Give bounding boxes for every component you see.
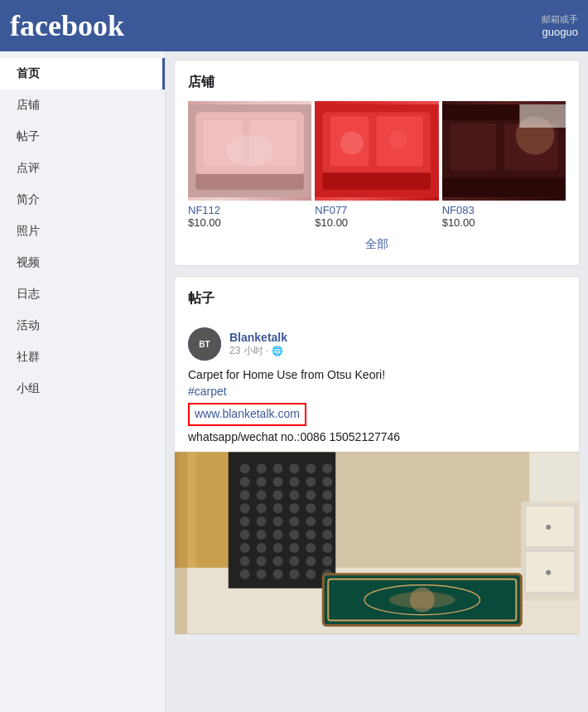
svg-point-38: [257, 491, 267, 501]
svg-point-44: [257, 504, 267, 514]
svg-point-52: [289, 517, 299, 527]
svg-point-57: [273, 530, 283, 540]
svg-point-28: [289, 464, 299, 474]
svg-point-84: [546, 570, 551, 575]
svg-point-50: [257, 517, 267, 527]
svg-point-68: [257, 556, 267, 566]
svg-point-46: [289, 504, 299, 514]
svg-rect-10: [323, 172, 431, 190]
svg-point-31: [240, 477, 250, 487]
svg-rect-4: [195, 174, 304, 190]
svg-point-64: [289, 543, 299, 553]
svg-point-73: [240, 569, 250, 579]
svg-point-65: [306, 543, 316, 553]
sidebar-item-videos[interactable]: 视频: [0, 247, 165, 279]
svg-point-29: [306, 464, 316, 474]
sidebar-item-home[interactable]: 首页: [0, 58, 165, 90]
svg-point-59: [306, 530, 316, 540]
svg-point-61: [240, 543, 250, 553]
sidebar-item-community[interactable]: 社群: [0, 341, 165, 373]
sidebar-item-groups[interactable]: 小组: [0, 373, 165, 404]
post-author-name[interactable]: Blanketalk: [229, 331, 287, 344]
svg-point-12: [389, 130, 407, 148]
sidebar-item-shop[interactable]: 店铺: [0, 90, 165, 121]
post-image: [175, 452, 579, 634]
page-body: 首页 店铺 帖子 点评 简介 照片 视频 日志 活动 社群 小组: [0, 51, 588, 712]
svg-point-76: [289, 569, 299, 579]
post-header: BT Blanketalk 23 小时 · 🌐: [175, 317, 579, 367]
shop-item-2-name: NF077: [315, 204, 438, 216]
svg-point-25: [240, 464, 250, 474]
shop-item-1-price: $10.00: [188, 216, 311, 229]
shop-item-3-name: NF083: [442, 204, 566, 216]
svg-point-36: [322, 477, 332, 487]
sidebar: 首页 店铺 帖子 点评 简介 照片 视频 日志 活动 社群 小组: [0, 51, 166, 712]
svg-point-69: [273, 556, 283, 566]
shop-item-1[interactable]: NF112 $10.00: [188, 101, 311, 229]
svg-point-11: [340, 132, 364, 155]
svg-point-62: [257, 543, 267, 553]
post-section-title: 帖子: [175, 277, 579, 308]
svg-point-58: [289, 530, 299, 540]
svg-point-71: [306, 556, 316, 566]
shop-item-1-image: [188, 101, 311, 201]
svg-rect-15: [450, 124, 496, 170]
sidebar-item-photos[interactable]: 照片: [0, 216, 165, 247]
shop-item-3[interactable]: NF083 $10.00: [442, 101, 566, 229]
post-author-info: Blanketalk 23 小时 · 🌐: [229, 331, 287, 358]
svg-rect-90: [175, 453, 187, 634]
svg-point-70: [289, 556, 299, 566]
shop-grid: NF112 $10.00: [188, 101, 566, 229]
shop-item-3-image: [442, 101, 566, 201]
svg-point-63: [273, 543, 283, 553]
svg-point-49: [240, 517, 250, 527]
svg-point-74: [257, 569, 267, 579]
post-section: 帖子 BT Blanketalk 23 小时 · 🌐 Carpet for Ho…: [174, 276, 580, 635]
shop-item-2[interactable]: NF077 $10.00: [315, 101, 438, 229]
svg-point-30: [322, 464, 332, 474]
svg-point-53: [306, 517, 316, 527]
svg-point-34: [289, 477, 299, 487]
post-avatar: BT: [188, 327, 221, 361]
post-time: 23 小时 ·: [229, 344, 268, 358]
post-body: Carpet for Home Use from Otsu Keori! #ca…: [175, 367, 579, 452]
post-link[interactable]: www.blanketalk.com: [188, 403, 306, 426]
svg-point-35: [306, 477, 316, 487]
facebook-logo: facebook: [10, 8, 124, 43]
svg-point-42: [322, 491, 332, 501]
svg-point-54: [322, 517, 332, 527]
email-label: 邮箱或手: [542, 13, 578, 26]
sidebar-item-events[interactable]: 活动: [0, 310, 165, 341]
svg-point-40: [289, 491, 299, 501]
shop-item-1-name: NF112: [188, 204, 311, 216]
svg-point-5: [227, 135, 273, 166]
svg-point-56: [257, 530, 267, 540]
svg-point-48: [322, 504, 332, 514]
svg-point-77: [306, 569, 316, 579]
main-content: 店铺 NF112: [166, 51, 588, 712]
svg-point-72: [322, 556, 332, 566]
sidebar-item-reviews[interactable]: 点评: [0, 153, 165, 184]
svg-point-45: [273, 504, 283, 514]
post-line1: Carpet for Home Use from Otsu Keori!: [188, 367, 566, 384]
svg-point-26: [257, 464, 267, 474]
shop-section: 店铺 NF112: [174, 60, 580, 266]
svg-point-66: [322, 543, 332, 553]
sidebar-item-posts[interactable]: 帖子: [0, 121, 165, 153]
svg-point-55: [240, 530, 250, 540]
svg-point-75: [273, 569, 283, 579]
svg-point-39: [273, 491, 283, 501]
svg-point-41: [306, 491, 316, 501]
shop-item-3-price: $10.00: [442, 216, 566, 229]
sidebar-item-about[interactable]: 简介: [0, 184, 165, 216]
post-contact: whatsapp/wechat no.:0086 15052127746: [188, 429, 566, 446]
view-all-link[interactable]: 全部: [188, 237, 566, 252]
svg-point-37: [240, 491, 250, 501]
header-right: 邮箱或手 guoguo: [542, 13, 578, 38]
username: guoguo: [542, 26, 578, 38]
avatar-inner: BT: [188, 327, 221, 361]
sidebar-item-journal[interactable]: 日志: [0, 279, 165, 310]
svg-point-67: [240, 556, 250, 566]
post-meta: 23 小时 · 🌐: [229, 344, 287, 358]
shop-title: 店铺: [188, 74, 566, 91]
